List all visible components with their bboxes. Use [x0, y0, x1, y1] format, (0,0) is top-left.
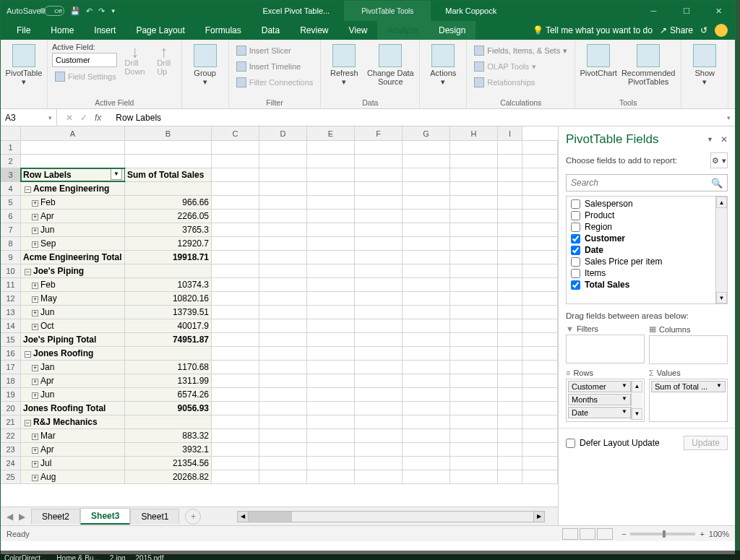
row-header[interactable]: 17 [1, 361, 21, 374]
name-box[interactable]: A3 [1, 109, 57, 126]
row-header[interactable]: 3 [1, 168, 21, 181]
cell[interactable] [355, 196, 403, 209]
cell[interactable] [259, 292, 307, 305]
feedback-smiley-icon[interactable] [715, 24, 728, 37]
rows-area[interactable]: Customer▼Months▼Date▼ ▲▼ [566, 379, 645, 422]
cell[interactable] [307, 374, 355, 387]
group-total-label[interactable]: Joe's Piping Total [21, 333, 125, 346]
row-header[interactable]: 12 [1, 292, 21, 305]
row-header[interactable]: 19 [1, 388, 21, 401]
cell[interactable] [307, 182, 355, 195]
collapse-icon[interactable]: − [25, 351, 31, 358]
cell[interactable] [212, 374, 259, 387]
area-pill[interactable]: Customer▼ [568, 381, 631, 392]
cell[interactable] [355, 155, 403, 168]
columns-area[interactable] [649, 335, 728, 364]
row-header[interactable]: 25 [1, 470, 21, 483]
cell[interactable] [355, 470, 403, 483]
expand-icon[interactable]: + [32, 365, 38, 371]
collapse-icon[interactable]: − [25, 269, 31, 275]
area-pill[interactable]: Date▼ [568, 407, 631, 418]
cell[interactable] [403, 155, 450, 168]
cell[interactable] [498, 168, 522, 181]
row-header[interactable]: 5 [1, 196, 21, 209]
cell[interactable] [307, 278, 355, 291]
cell[interactable] [259, 429, 307, 442]
cell[interactable] [498, 361, 522, 374]
cell[interactable] [307, 251, 355, 264]
cell[interactable] [307, 237, 355, 250]
cell[interactable] [498, 141, 522, 154]
value-cell[interactable]: 1311.99 [125, 374, 212, 387]
table-row[interactable]: 10−Joe's Piping [1, 264, 558, 278]
col-header-e[interactable]: E [307, 126, 355, 140]
month-label[interactable]: +Sep [21, 237, 125, 250]
table-row[interactable]: 23 +Apr3932.1 [1, 443, 558, 457]
cell[interactable] [450, 223, 498, 236]
update-button[interactable]: Update [684, 436, 728, 450]
cell[interactable] [403, 168, 450, 181]
row-header[interactable]: 16 [1, 347, 21, 360]
field-item[interactable]: Region [567, 221, 715, 233]
col-header-d[interactable]: D [259, 126, 307, 140]
cell[interactable] [307, 306, 355, 319]
cell[interactable] [450, 457, 498, 470]
cell[interactable] [307, 333, 355, 346]
value-cell[interactable]: 13739.51 [125, 306, 212, 319]
minimize-button[interactable]: ─ [637, 1, 670, 21]
group-name[interactable]: −Joe's Piping [21, 264, 125, 277]
col-header-h[interactable]: H [450, 126, 498, 140]
cell[interactable] [450, 374, 498, 387]
sheet-nav-prev-icon[interactable]: ◀ [7, 512, 13, 522]
cell[interactable] [355, 292, 403, 305]
cell[interactable] [259, 223, 307, 236]
group-name[interactable]: −Acme Engineering [21, 182, 125, 195]
zoom-level[interactable]: 100% [709, 530, 729, 538]
value-cell[interactable]: 40017.9 [125, 319, 212, 332]
cell[interactable] [212, 470, 259, 483]
field-item[interactable]: Customer [567, 233, 715, 244]
cell[interactable] [403, 319, 450, 332]
row-labels-dropdown-icon[interactable]: ▼ [111, 168, 122, 180]
history-icon[interactable]: ↺ [700, 25, 707, 35]
cell[interactable] [403, 374, 450, 387]
month-label[interactable]: +Oct [21, 319, 125, 332]
autosave-toggle[interactable]: AutoSave Off [7, 6, 64, 16]
cell[interactable] [498, 223, 522, 236]
cell[interactable] [259, 374, 307, 387]
cell[interactable] [307, 457, 355, 470]
row-header[interactable]: 8 [1, 237, 21, 250]
cell[interactable] [307, 168, 355, 181]
cell[interactable] [355, 141, 403, 154]
insert-timeline-button[interactable]: Insert Timeline [233, 59, 317, 74]
cell[interactable] [307, 155, 355, 168]
expand-icon[interactable]: + [32, 228, 38, 234]
cell[interactable] [450, 388, 498, 401]
recommended-pivottables-button[interactable]: Recommended PivotTables [620, 43, 676, 86]
table-row[interactable]: 6 +Apr2266.05 [1, 210, 558, 223]
row-header[interactable]: 20 [1, 402, 21, 415]
cell[interactable] [355, 443, 403, 456]
cell[interactable] [403, 306, 450, 319]
cell[interactable] [212, 278, 259, 291]
table-row[interactable]: 4−Acme Engineering [1, 182, 558, 196]
table-row[interactable]: 17 +Jan1170.68 [1, 361, 558, 374]
value-cell[interactable]: 966.66 [125, 196, 212, 209]
cell[interactable] [259, 333, 307, 346]
cell[interactable] [307, 429, 355, 442]
actions-button[interactable]: Actions▾ [424, 43, 462, 86]
defer-layout-checkbox[interactable] [566, 439, 575, 448]
cell[interactable] [450, 306, 498, 319]
formula-input[interactable]: Row Labels [110, 113, 723, 123]
area-pill[interactable]: Sum of Total ...▼ [651, 381, 726, 392]
cell[interactable] [403, 361, 450, 374]
cell[interactable] [259, 168, 307, 181]
cell[interactable] [498, 374, 522, 387]
cell[interactable] [212, 388, 259, 401]
cell[interactable] [450, 251, 498, 264]
table-row[interactable]: 1 [1, 141, 558, 155]
expand-icon[interactable]: + [32, 283, 38, 289]
col-header-a[interactable]: A [21, 126, 125, 140]
value-cell[interactable]: 10374.3 [125, 278, 212, 291]
pill-dropdown-icon[interactable]: ▼ [621, 382, 627, 391]
